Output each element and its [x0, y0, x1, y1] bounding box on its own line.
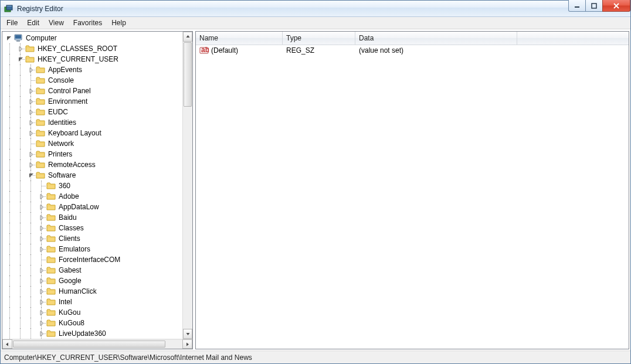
tree-item[interactable]: HumanClick	[4, 286, 182, 297]
list-header: Name Type Data	[196, 32, 629, 45]
tree-item[interactable]: Control Panel	[4, 86, 182, 96]
list-body[interactable]: ab (Default) REG_SZ (value not set)	[196, 45, 629, 349]
tree-item-label: KuGou8	[57, 318, 86, 328]
close-button[interactable]	[602, 0, 630, 12]
tree-scroll[interactable]: ComputerHKEY_CLASSES_ROOTHKEY_CURRENT_US…	[2, 32, 182, 339]
tree-item[interactable]: Software	[4, 170, 182, 181]
column-header-spacer[interactable]	[517, 32, 629, 45]
folder-icon	[46, 192, 56, 201]
folder-icon	[36, 86, 45, 96]
tree-item[interactable]: Gabest	[4, 265, 182, 275]
list-pane: Name Type Data ab (Default)	[195, 31, 629, 349]
status-path: Computer\HKEY_CURRENT_USER\Software\Micr…	[4, 353, 252, 362]
tree-item[interactable]: ForceInterfaceCOM	[4, 254, 182, 265]
folder-icon	[46, 244, 56, 254]
tree-item[interactable]: Classes	[4, 223, 182, 233]
collapse-icon[interactable]	[5, 34, 13, 42]
scroll-thumb[interactable]	[184, 42, 192, 107]
scroll-thumb[interactable]	[13, 341, 165, 348]
folder-icon	[36, 118, 45, 127]
tree-item-label: Clients	[57, 234, 82, 243]
scroll-track[interactable]	[183, 42, 192, 329]
tree-item[interactable]: AppDataLow	[4, 202, 182, 212]
tree-item[interactable]: Intel	[4, 297, 182, 307]
folder-icon	[36, 171, 45, 180]
tree-item[interactable]: HKEY_CURRENT_USER	[4, 54, 182, 64]
tree-item[interactable]: Emulators	[4, 244, 182, 254]
scroll-down-arrow-icon[interactable]	[183, 329, 192, 339]
tree-item-label: Environment	[47, 97, 89, 106]
tree-item[interactable]: Google	[4, 275, 182, 286]
folder-icon	[46, 287, 56, 296]
tree-vertical-scrollbar[interactable]	[182, 32, 192, 339]
tree-horizontal-scrollbar[interactable]	[2, 339, 192, 349]
column-header-data[interactable]: Data	[355, 32, 517, 45]
window-controls	[569, 0, 630, 12]
menu-help[interactable]: Help	[107, 18, 131, 28]
folder-icon	[36, 160, 45, 169]
tree-item-label: Baidu	[57, 213, 78, 222]
tree-item-root[interactable]: Computer	[4, 33, 182, 43]
menubar: File Edit View Favorites Help	[1, 17, 630, 29]
folder-icon	[25, 44, 35, 53]
column-header-name[interactable]: Name	[196, 32, 283, 45]
folder-icon	[46, 318, 56, 328]
tree-item-label: Control Panel	[47, 86, 92, 96]
content-area: ComputerHKEY_CLASSES_ROOTHKEY_CURRENT_US…	[1, 29, 630, 351]
scroll-track[interactable]	[12, 339, 182, 349]
tree-item-label: 360	[57, 181, 72, 190]
tree-item[interactable]: LiveUpdate360	[4, 328, 182, 339]
tree-item[interactable]: KuGou	[4, 307, 182, 318]
tree-item-label: EUDC	[47, 107, 69, 117]
menu-file[interactable]: File	[2, 18, 22, 28]
tree-item-label: Identities	[47, 118, 77, 127]
tree-item[interactable]: Baidu	[4, 212, 182, 223]
tree-item[interactable]: Keyboard Layout	[4, 128, 182, 138]
tree-item[interactable]: Clients	[4, 233, 182, 244]
scroll-up-arrow-icon[interactable]	[183, 32, 192, 42]
tree-item[interactable]: Network	[4, 138, 182, 149]
tree-item-label: AppDataLow	[57, 202, 100, 212]
scroll-right-arrow-icon[interactable]	[182, 339, 192, 349]
tree-item-label: Keyboard Layout	[47, 128, 103, 138]
list-row[interactable]: ab (Default) REG_SZ (value not set)	[196, 45, 629, 56]
tree-item[interactable]: RemoteAccess	[4, 159, 182, 170]
folder-icon	[46, 202, 56, 212]
menu-favorites[interactable]: Favorites	[69, 18, 107, 28]
tree-item-label: Gabest	[57, 266, 83, 275]
tree-item-label: Printers	[47, 149, 73, 159]
column-header-type[interactable]: Type	[283, 32, 355, 45]
tree-item[interactable]: AppEvents	[4, 64, 182, 75]
tree-item[interactable]: Printers	[4, 149, 182, 159]
tree-item[interactable]: 360	[4, 181, 182, 191]
value-name: (Default)	[211, 46, 238, 55]
menu-view[interactable]: View	[44, 18, 69, 28]
string-value-icon: ab	[199, 46, 209, 55]
maximize-button[interactable]	[585, 0, 603, 12]
tree-item[interactable]: Adobe	[4, 191, 182, 202]
folder-icon	[46, 213, 56, 222]
tree-item[interactable]: Console	[4, 75, 182, 86]
tree-item[interactable]: Environment	[4, 96, 182, 107]
folder-icon	[36, 107, 45, 117]
svg-text:ab: ab	[201, 46, 209, 54]
menu-edit[interactable]: Edit	[22, 18, 44, 28]
computer-icon	[13, 33, 23, 43]
svg-rect-3	[575, 6, 579, 8]
tree-item[interactable]: HKEY_CLASSES_ROOT	[4, 43, 182, 54]
tree-item-label: Software	[47, 171, 77, 180]
tree-item[interactable]: Identities	[4, 117, 182, 128]
folder-icon	[46, 234, 56, 243]
tree-item-label: Computer	[25, 33, 58, 43]
folder-icon	[46, 223, 56, 233]
scroll-left-arrow-icon[interactable]	[2, 339, 12, 349]
folder-icon	[36, 139, 45, 148]
value-data: (value not set)	[355, 46, 629, 55]
tree-item-label: Intel	[57, 297, 73, 307]
tree-item-label: HKEY_CLASSES_ROOT	[36, 44, 118, 53]
minimize-button[interactable]	[568, 0, 586, 12]
tree-item-label: Emulators	[57, 244, 91, 254]
tree-item[interactable]: KuGou8	[4, 318, 182, 328]
tree-item[interactable]: EUDC	[4, 107, 182, 117]
titlebar[interactable]: Registry Editor	[1, 1, 630, 17]
